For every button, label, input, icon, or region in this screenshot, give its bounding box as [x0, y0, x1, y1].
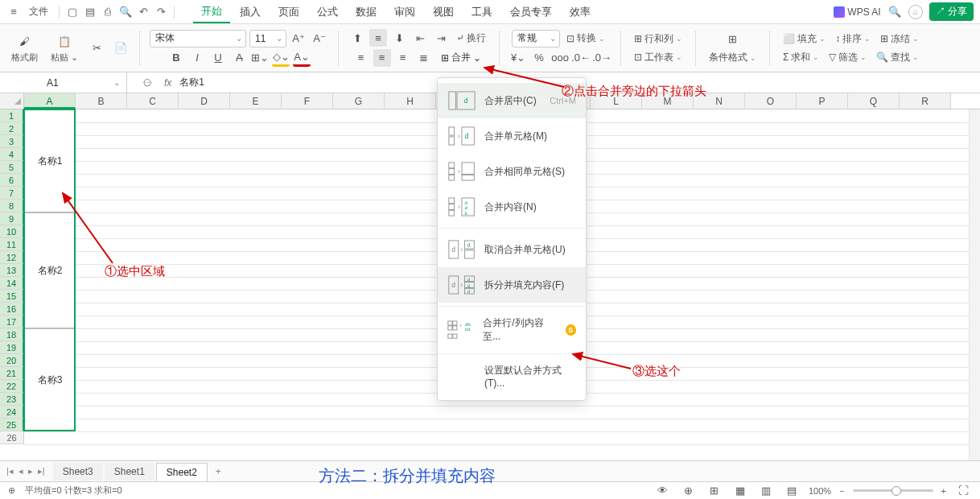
format-painter-button[interactable]: 🖌 格式刷 [8, 31, 41, 65]
dec-decimal-icon[interactable]: .0→ [593, 49, 611, 67]
table-style-icon[interactable]: ⊞ [724, 30, 742, 47]
print-icon[interactable]: ⎙ [101, 5, 115, 19]
col-header-L[interactable]: L [591, 93, 642, 109]
add-sheet-button[interactable]: + [209, 463, 228, 480]
col-header-H[interactable]: H [385, 93, 436, 109]
preview-icon[interactable]: 🔍 [118, 5, 133, 19]
zoom-level[interactable]: 100% [809, 486, 831, 496]
row-header-1[interactable]: 1 [0, 109, 24, 122]
align-center-icon[interactable]: ≡ [373, 49, 391, 67]
select-all-corner[interactable] [0, 93, 24, 109]
zoom-out-button[interactable]: − [839, 486, 844, 496]
currency-icon[interactable]: ¥⌄ [509, 49, 527, 67]
row-header-19[interactable]: 19 [0, 341, 24, 354]
row-header-13[interactable]: 13 [0, 264, 24, 277]
row-header-21[interactable]: 21 [0, 367, 24, 380]
merged-cell[interactable]: 名称2 [24, 212, 76, 328]
col-header-O[interactable]: O [745, 93, 797, 109]
save-icon[interactable]: ▤ [83, 5, 97, 19]
font-shrink-icon[interactable]: A⁻ [311, 30, 328, 47]
col-header-B[interactable]: B [76, 93, 127, 109]
unmerge-item[interactable]: d›d 取消合并单元格(U) [438, 232, 586, 267]
merged-cell[interactable]: 名称3 [24, 328, 76, 431]
cloud-icon[interactable]: ⌂ [908, 5, 923, 19]
share-button[interactable]: ↗ 分享 [929, 2, 974, 21]
freeze-button[interactable]: ⊞ 冻结 ⌄ [877, 31, 922, 47]
row-header-3[interactable]: 3 [0, 135, 24, 148]
tab-review[interactable]: 审阅 [386, 2, 423, 23]
row-header-18[interactable]: 18 [0, 328, 24, 341]
new-icon[interactable]: ▢ [65, 5, 80, 19]
tab-insert[interactable]: 插入 [232, 2, 269, 23]
align-bottom-icon[interactable]: ⬇ [390, 29, 408, 47]
tab-tools[interactable]: 工具 [463, 2, 500, 23]
col-header-R[interactable]: R [900, 93, 951, 109]
col-header-A[interactable]: A [24, 93, 76, 109]
find-button[interactable]: 🔍 查找 ⌄ [873, 49, 922, 66]
col-header-Q[interactable]: Q [848, 93, 900, 109]
border-icon[interactable]: ⊞⌄ [251, 49, 269, 67]
worksheet-button[interactable]: ⊡ 工作表 ⌄ [631, 49, 686, 66]
row-header-15[interactable]: 15 [0, 290, 24, 303]
sort-button[interactable]: ↕ 排序 ⌄ [832, 31, 874, 47]
tab-efficiency[interactable]: 效率 [562, 2, 599, 23]
default-merge-item[interactable]: 设置默认合并方式(T)... [438, 357, 586, 395]
tab-data[interactable]: 数据 [348, 2, 385, 23]
indent-left-icon[interactable]: ⇤ [411, 29, 429, 47]
indent-right-icon[interactable]: ⇥ [432, 29, 450, 47]
split-fill-item[interactable]: d›ddd 拆分并填充内容(F) [438, 267, 586, 303]
strike-icon[interactable]: A̶ [230, 49, 248, 67]
merge-content-item[interactable]: ›ddb 合并内容(N) [438, 189, 586, 225]
row-header-2[interactable]: 2 [0, 122, 24, 135]
italic-icon[interactable]: I [188, 49, 206, 67]
justify-icon[interactable]: ≣ [415, 49, 433, 67]
fx-icon[interactable]: fx [164, 77, 171, 89]
undo-icon[interactable]: ↶ [136, 5, 150, 19]
vertical-scrollbar[interactable] [969, 109, 980, 460]
font-size-select[interactable]: 11 [249, 30, 286, 47]
convert-button[interactable]: ⊡ 转换 ⌄ [563, 30, 608, 47]
cancel-fx-icon[interactable]: ⦵ [138, 74, 156, 92]
formula-input[interactable]: 名称1 [179, 76, 204, 89]
font-grow-icon[interactable]: A⁺ [290, 30, 307, 47]
row-header-10[interactable]: 10 [0, 225, 24, 238]
view-page-icon[interactable]: ▥ [757, 482, 775, 500]
row-header-9[interactable]: 9 [0, 212, 24, 225]
name-box[interactable]: A1 [0, 72, 127, 93]
wrap-text-button[interactable]: ⤶ 换行 [453, 30, 489, 47]
align-middle-icon[interactable]: ≡ [369, 29, 387, 47]
redo-icon[interactable]: ↷ [154, 5, 168, 19]
search-icon[interactable]: 🔍 [887, 5, 902, 19]
row-header-7[interactable]: 7 [0, 187, 24, 200]
comma-icon[interactable]: ooo [551, 49, 569, 67]
wps-ai-button[interactable]: WPS AI [834, 6, 880, 18]
merge-center-item[interactable]: d 合并居中(C)Ctrl+M [438, 83, 586, 118]
filter-button[interactable]: ▽ 筛选 ⌄ [826, 49, 870, 66]
row-header-8[interactable]: 8 [0, 200, 24, 212]
cond-format-button[interactable]: 条件格式 ⌄ [706, 49, 760, 66]
focus-icon[interactable]: ⊕ [680, 482, 698, 500]
sheet-tab-1[interactable]: Sheet1 [105, 463, 154, 480]
fullscreen-icon[interactable]: ⛶ [954, 482, 972, 500]
bold-icon[interactable]: B [167, 49, 185, 67]
view-break-icon[interactable]: ▤ [783, 482, 801, 500]
merge-cells-button[interactable]: ⊞ 合并 ⌄ [436, 48, 486, 67]
col-header-E[interactable]: E [230, 93, 282, 109]
copy-icon[interactable]: 📄 [112, 39, 130, 57]
tab-vip[interactable]: 会员专享 [502, 2, 560, 23]
app-menu-icon[interactable]: ≡ [6, 5, 21, 19]
eye-icon[interactable]: 👁 [654, 482, 672, 500]
col-header-N[interactable]: N [694, 93, 745, 109]
row-header-11[interactable]: 11 [0, 238, 24, 251]
align-right-icon[interactable]: ≡ [394, 49, 412, 67]
row-header-23[interactable]: 23 [0, 393, 24, 406]
col-header-F[interactable]: F [282, 93, 333, 109]
col-header-P[interactable]: P [797, 93, 848, 109]
merge-dropdown-arrow[interactable]: ⌄ [473, 52, 481, 64]
row-header-22[interactable]: 22 [0, 380, 24, 393]
merge-cells-item[interactable]: ›d 合并单元格(M) [438, 118, 586, 154]
sheet-nav[interactable]: |◂◂▸▸| [6, 466, 45, 476]
tab-view[interactable]: 视图 [425, 2, 462, 23]
row-header-5[interactable]: 5 [0, 161, 24, 174]
zoom-slider[interactable] [853, 489, 933, 492]
